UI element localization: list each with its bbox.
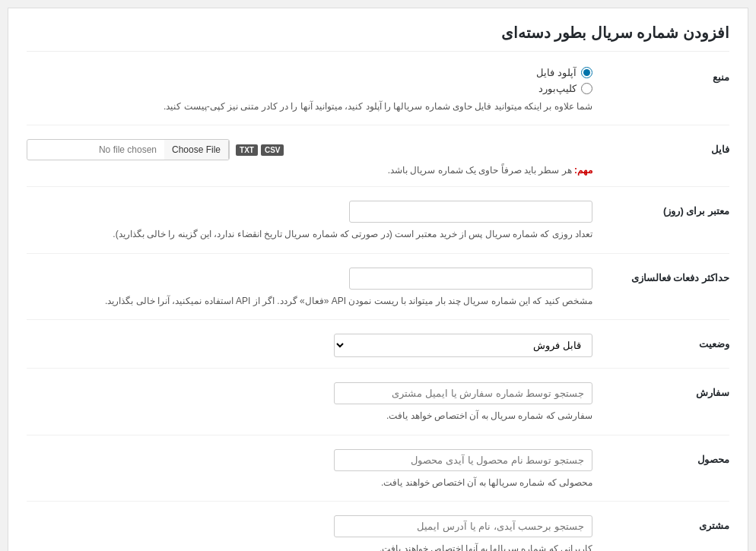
customer-label: مشتری — [608, 515, 729, 531]
source-radio-group: آپلود فایل کلیپ‌بورد — [27, 67, 592, 94]
file-input-wrapper[interactable]: Choose File No file chosen — [27, 139, 230, 160]
max-activations-row: حداکثر دفعات فعالسازی مشخص کنید که این ش… — [27, 268, 729, 320]
product-content: محصولی که شماره سریالها به آن اختصاص خوا… — [27, 449, 608, 490]
clipboard-label[interactable]: کلیپ‌بورد — [538, 83, 577, 94]
customer-desc: کاربرانی که شماره سریالها به آنها اختصاص… — [27, 541, 592, 551]
upload-label[interactable]: آپلود فایل — [536, 67, 577, 78]
file-input-row: CSV TXT Choose File No file chosen — [27, 139, 592, 160]
txt-badge: TXT — [236, 144, 258, 156]
clipboard-radio[interactable] — [581, 83, 592, 94]
valid-days-desc: تعداد روزی که شماره سریال پس از خرید معت… — [27, 226, 592, 242]
valid-days-content: تعداد روزی که شماره سریال پس از خرید معت… — [27, 201, 608, 242]
important-prefix: مهم: — [574, 165, 592, 176]
file-label: فایل — [608, 139, 729, 155]
file-no-chosen-text: No file chosen — [27, 141, 164, 159]
important-message: هر سطر باید صرفاً حاوی یک شماره سریال با… — [388, 165, 572, 176]
customer-search-input[interactable] — [334, 515, 592, 537]
max-activations-label: حداکثر دفعات فعالسازی — [608, 268, 729, 283]
product-row: محصول محصولی که شماره سریالها به آن اختص… — [27, 449, 729, 502]
source-hint: شما علاوه بر اینکه میتوانید فایل حاوی شم… — [27, 99, 592, 114]
max-activations-content: مشخص کنید که این شماره سریال چند بار میت… — [27, 268, 608, 309]
valid-days-row: معتبر برای (روز) تعداد روزی که شماره سری… — [27, 201, 729, 253]
valid-days-input[interactable] — [349, 201, 592, 223]
csv-badge: CSV — [261, 144, 284, 156]
file-important-text: مهم: هر سطر باید صرفاً حاوی یک شماره سری… — [27, 165, 592, 176]
form-card: افزودن شماره سریال بطور دسته‌ای منبع آپل… — [8, 8, 748, 551]
order-content: سفارشی که شماره سریال به آن اختصاص خواهد… — [27, 382, 608, 423]
clipboard-radio-item[interactable]: کلیپ‌بورد — [27, 83, 592, 94]
status-row: وضعیت قابل فروش — [27, 334, 729, 369]
customer-row: مشتری کاربرانی که شماره سریالها به آنها … — [27, 515, 729, 551]
order-label: سفارش — [608, 382, 729, 398]
valid-days-label: معتبر برای (روز) — [608, 201, 729, 217]
source-label: منبع — [608, 67, 729, 83]
source-content: آپلود فایل کلیپ‌بورد شما علاوه بر اینکه … — [27, 67, 608, 114]
product-label: محصول — [608, 449, 729, 465]
page-wrapper: افزودن شماره سریال بطور دسته‌ای منبع آپل… — [0, 0, 756, 551]
order-desc: سفارشی که شماره سریال به آن اختصاص خواهد… — [27, 408, 592, 423]
product-search-input[interactable] — [334, 449, 592, 471]
file-badges: CSV TXT — [236, 144, 284, 156]
max-activations-desc: مشخص کنید که این شماره سریال چند بار میت… — [27, 293, 592, 309]
status-content: قابل فروش — [27, 334, 608, 357]
upload-radio-item[interactable]: آپلود فایل — [27, 67, 592, 78]
file-content: CSV TXT Choose File No file chosen مهم: … — [27, 139, 608, 176]
order-row: سفارش سفارشی که شماره سریال به آن اختصاص… — [27, 382, 729, 435]
max-activations-input[interactable] — [349, 268, 592, 290]
product-desc: محصولی که شماره سریالها به آن اختصاص خوا… — [27, 475, 592, 490]
status-label: وضعیت — [608, 334, 729, 350]
source-row: منبع آپلود فایل کلیپ‌بورد شما علاوه بر ا… — [27, 67, 729, 125]
customer-content: کاربرانی که شماره سریالها به آنها اختصاص… — [27, 515, 608, 551]
status-select[interactable]: قابل فروش — [334, 334, 592, 357]
page-title: افزودن شماره سریال بطور دسته‌ای — [27, 24, 729, 52]
choose-file-button[interactable]: Choose File — [164, 140, 229, 160]
file-row: فایل CSV TXT Choose File No file chosen … — [27, 139, 729, 187]
upload-radio[interactable] — [581, 67, 592, 78]
order-search-input[interactable] — [334, 382, 592, 404]
